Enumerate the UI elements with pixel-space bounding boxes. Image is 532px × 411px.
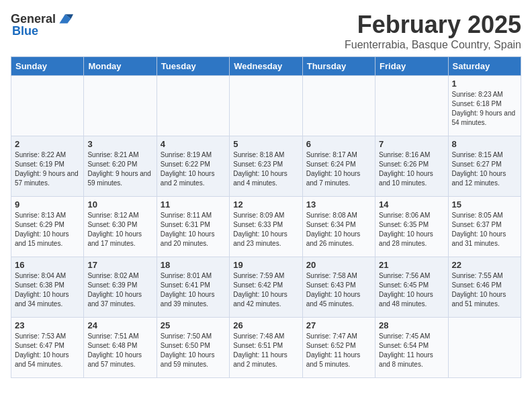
- calendar-cell: 17Sunrise: 8:02 AM Sunset: 6:39 PM Dayli…: [84, 257, 157, 318]
- calendar-cell: 5Sunrise: 8:18 AM Sunset: 6:23 PM Daylig…: [230, 136, 302, 197]
- day-number: 17: [87, 260, 152, 270]
- calendar-cell: 2Sunrise: 8:22 AM Sunset: 6:19 PM Daylig…: [11, 136, 84, 197]
- day-number: 12: [233, 199, 298, 210]
- day-info: Sunrise: 7:48 AM Sunset: 6:51 PM Dayligh…: [233, 332, 298, 369]
- calendar-week-3: 16Sunrise: 8:04 AM Sunset: 6:38 PM Dayli…: [11, 257, 521, 318]
- day-number: 2: [15, 139, 80, 149]
- calendar-cell: 18Sunrise: 8:01 AM Sunset: 6:41 PM Dayli…: [157, 257, 229, 318]
- day-number: 9: [15, 199, 80, 210]
- calendar-cell: 6Sunrise: 8:17 AM Sunset: 6:24 PM Daylig…: [302, 136, 375, 197]
- calendar-cell: 7Sunrise: 8:16 AM Sunset: 6:26 PM Daylig…: [375, 136, 448, 197]
- day-info: Sunrise: 7:51 AM Sunset: 6:48 PM Dayligh…: [87, 332, 152, 369]
- day-number: 20: [306, 260, 371, 270]
- day-info: Sunrise: 7:50 AM Sunset: 6:50 PM Dayligh…: [161, 332, 226, 369]
- day-number: 24: [87, 320, 152, 330]
- calendar-cell: 13Sunrise: 8:08 AM Sunset: 6:34 PM Dayli…: [302, 197, 375, 257]
- day-info: Sunrise: 7:45 AM Sunset: 6:54 PM Dayligh…: [379, 332, 444, 369]
- day-number: 13: [306, 199, 371, 210]
- day-number: 11: [161, 199, 226, 210]
- day-info: Sunrise: 8:09 AM Sunset: 6:33 PM Dayligh…: [233, 211, 298, 248]
- header-friday: Friday: [375, 57, 448, 76]
- day-info: Sunrise: 8:17 AM Sunset: 6:24 PM Dayligh…: [306, 150, 371, 188]
- calendar-week-1: 2Sunrise: 8:22 AM Sunset: 6:19 PM Daylig…: [11, 136, 521, 197]
- day-number: 4: [161, 139, 226, 149]
- calendar-cell: [157, 76, 229, 136]
- calendar-cell: 20Sunrise: 7:58 AM Sunset: 6:43 PM Dayli…: [302, 257, 375, 318]
- day-number: 15: [452, 199, 517, 210]
- day-number: 10: [87, 199, 152, 210]
- calendar-cell: 10Sunrise: 8:12 AM Sunset: 6:30 PM Dayli…: [84, 197, 157, 257]
- calendar-cell: 23Sunrise: 7:53 AM Sunset: 6:47 PM Dayli…: [11, 318, 84, 378]
- calendar-cell: [448, 318, 521, 378]
- day-number: 18: [161, 260, 226, 270]
- day-info: Sunrise: 7:58 AM Sunset: 6:43 PM Dayligh…: [306, 271, 371, 309]
- calendar-cell: [375, 76, 448, 136]
- day-info: Sunrise: 8:12 AM Sunset: 6:30 PM Dayligh…: [87, 211, 152, 248]
- day-number: 1: [452, 79, 517, 89]
- calendar-week-2: 9Sunrise: 8:13 AM Sunset: 6:29 PM Daylig…: [11, 197, 521, 257]
- day-number: 28: [379, 320, 444, 330]
- calendar-cell: 19Sunrise: 7:59 AM Sunset: 6:42 PM Dayli…: [230, 257, 302, 318]
- header-sunday: Sunday: [11, 57, 84, 76]
- day-number: 5: [233, 139, 298, 149]
- header-saturday: Saturday: [448, 57, 521, 76]
- logo-blue: Blue: [12, 24, 38, 38]
- day-info: Sunrise: 8:15 AM Sunset: 6:27 PM Dayligh…: [452, 150, 517, 188]
- calendar-cell: 16Sunrise: 8:04 AM Sunset: 6:38 PM Dayli…: [11, 257, 84, 318]
- day-info: Sunrise: 8:22 AM Sunset: 6:19 PM Dayligh…: [15, 150, 80, 188]
- calendar-cell: 8Sunrise: 8:15 AM Sunset: 6:27 PM Daylig…: [448, 136, 521, 197]
- calendar-cell: 3Sunrise: 8:21 AM Sunset: 6:20 PM Daylig…: [84, 136, 157, 197]
- calendar-table: SundayMondayTuesdayWednesdayThursdayFrid…: [11, 56, 521, 378]
- calendar-week-4: 23Sunrise: 7:53 AM Sunset: 6:47 PM Dayli…: [11, 318, 521, 378]
- day-info: Sunrise: 8:16 AM Sunset: 6:26 PM Dayligh…: [379, 150, 444, 188]
- day-info: Sunrise: 8:04 AM Sunset: 6:38 PM Dayligh…: [15, 271, 80, 309]
- calendar-cell: 27Sunrise: 7:47 AM Sunset: 6:52 PM Dayli…: [302, 318, 375, 378]
- header-thursday: Thursday: [302, 57, 375, 76]
- title-block: February 2025 Fuenterrabia, Basque Count…: [345, 11, 521, 51]
- day-info: Sunrise: 8:06 AM Sunset: 6:35 PM Dayligh…: [379, 211, 444, 248]
- day-info: Sunrise: 8:21 AM Sunset: 6:20 PM Dayligh…: [87, 150, 152, 188]
- day-number: 22: [452, 260, 517, 270]
- calendar-cell: [84, 76, 157, 136]
- calendar-cell: 21Sunrise: 7:56 AM Sunset: 6:45 PM Dayli…: [375, 257, 448, 318]
- calendar-cell: 14Sunrise: 8:06 AM Sunset: 6:35 PM Dayli…: [375, 197, 448, 257]
- day-info: Sunrise: 7:59 AM Sunset: 6:42 PM Dayligh…: [233, 271, 298, 309]
- day-info: Sunrise: 8:01 AM Sunset: 6:41 PM Dayligh…: [161, 271, 226, 309]
- logo: General Blue: [11, 11, 73, 38]
- calendar-cell: 15Sunrise: 8:05 AM Sunset: 6:37 PM Dayli…: [448, 197, 521, 257]
- day-number: 3: [87, 139, 152, 149]
- day-info: Sunrise: 8:18 AM Sunset: 6:23 PM Dayligh…: [233, 150, 298, 188]
- day-number: 23: [15, 320, 80, 330]
- calendar-cell: 25Sunrise: 7:50 AM Sunset: 6:50 PM Dayli…: [157, 318, 229, 378]
- day-info: Sunrise: 8:02 AM Sunset: 6:39 PM Dayligh…: [87, 271, 152, 309]
- calendar-cell: 24Sunrise: 7:51 AM Sunset: 6:48 PM Dayli…: [84, 318, 157, 378]
- day-info: Sunrise: 8:13 AM Sunset: 6:29 PM Dayligh…: [15, 211, 80, 248]
- day-info: Sunrise: 8:05 AM Sunset: 6:37 PM Dayligh…: [452, 211, 517, 248]
- day-number: 25: [161, 320, 226, 330]
- calendar-cell: [230, 76, 302, 136]
- page-title: February 2025: [345, 11, 521, 39]
- calendar-cell: 11Sunrise: 8:11 AM Sunset: 6:31 PM Dayli…: [157, 197, 229, 257]
- day-number: 8: [452, 139, 517, 149]
- day-info: Sunrise: 8:19 AM Sunset: 6:22 PM Dayligh…: [161, 150, 226, 188]
- calendar-cell: 12Sunrise: 8:09 AM Sunset: 6:33 PM Dayli…: [230, 197, 302, 257]
- calendar-cell: 1Sunrise: 8:23 AM Sunset: 6:18 PM Daylig…: [448, 76, 521, 136]
- logo-icon: [57, 11, 73, 27]
- day-number: 16: [15, 260, 80, 270]
- day-number: 14: [379, 199, 444, 210]
- page-subtitle: Fuenterrabia, Basque Country, Spain: [345, 39, 521, 51]
- header-tuesday: Tuesday: [157, 57, 229, 76]
- page-header: General Blue February 2025 Fuenterrabia,…: [11, 11, 521, 51]
- calendar-cell: 28Sunrise: 7:45 AM Sunset: 6:54 PM Dayli…: [375, 318, 448, 378]
- day-number: 27: [306, 320, 371, 330]
- day-info: Sunrise: 7:47 AM Sunset: 6:52 PM Dayligh…: [306, 332, 371, 369]
- day-number: 19: [233, 260, 298, 270]
- calendar-cell: [11, 76, 84, 136]
- day-info: Sunrise: 7:55 AM Sunset: 6:46 PM Dayligh…: [452, 271, 517, 309]
- day-info: Sunrise: 8:11 AM Sunset: 6:31 PM Dayligh…: [161, 211, 226, 248]
- day-info: Sunrise: 7:53 AM Sunset: 6:47 PM Dayligh…: [15, 332, 80, 369]
- calendar-cell: [302, 76, 375, 136]
- calendar-cell: 4Sunrise: 8:19 AM Sunset: 6:22 PM Daylig…: [157, 136, 229, 197]
- header-wednesday: Wednesday: [230, 57, 302, 76]
- calendar-cell: 26Sunrise: 7:48 AM Sunset: 6:51 PM Dayli…: [230, 318, 302, 378]
